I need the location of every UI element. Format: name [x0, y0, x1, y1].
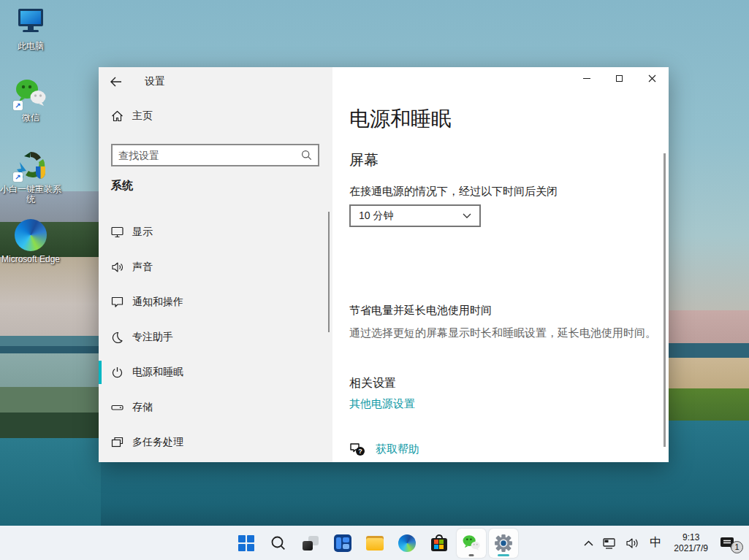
close-icon — [648, 74, 656, 83]
home-label: 主页 — [132, 110, 153, 123]
storage-icon — [111, 402, 123, 413]
clock-time: 9:13 — [683, 532, 699, 543]
focus-assist-icon — [111, 331, 123, 343]
screen-timeout-dropdown[interactable]: 10 分钟 — [349, 204, 481, 227]
widgets-icon — [334, 534, 351, 552]
sidebar-item-notifications[interactable]: 通知和操作 — [99, 285, 332, 320]
wallpaper-left-dunes — [0, 257, 101, 336]
file-explorer-icon — [366, 536, 384, 551]
sidebar-scrollbar[interactable] — [328, 212, 330, 332]
network-icon — [602, 537, 617, 550]
wallpaper-left-reflection — [0, 413, 101, 438]
desktop-icon-label: 此电脑 — [18, 41, 44, 51]
search-input[interactable] — [113, 150, 301, 161]
nav-label: 多任务处理 — [132, 436, 183, 449]
nav-label: 电源和睡眠 — [132, 366, 183, 379]
multitasking-icon — [111, 437, 123, 448]
taskbar-search-button[interactable] — [262, 527, 294, 559]
get-help-link[interactable]: 获取帮助 — [376, 442, 419, 456]
content-scrollbar[interactable] — [664, 153, 666, 447]
store-button[interactable] — [423, 527, 455, 559]
wallpaper-left-green — [0, 387, 101, 413]
get-help-row[interactable]: ? 获取帮助 — [349, 442, 419, 456]
battery-tip-description: 通过选择更短的屏幕显示时长和睡眠设置，延长电池使用时间。 — [349, 326, 656, 340]
sidebar-item-display[interactable]: 显示 — [99, 215, 332, 250]
window-title: 设置 — [145, 75, 165, 88]
sidebar-item-power-sleep[interactable]: 电源和睡眠 — [99, 355, 332, 390]
network-tray-button[interactable] — [598, 530, 620, 556]
svg-text:?: ? — [358, 448, 362, 455]
wallpaper-left-shore — [0, 336, 101, 346]
nav-label: 通知和操作 — [132, 296, 183, 309]
additional-power-settings-link[interactable]: 其他电源设置 — [349, 397, 415, 411]
back-button[interactable] — [99, 67, 132, 96]
nav-section-heading: 系统 — [111, 179, 133, 193]
settings-content: 电源和睡眠 屏幕 在接通电源的情况下，经过以下时间后关闭 10 分钟 节省电量并… — [332, 67, 669, 462]
task-view-button[interactable] — [294, 527, 327, 559]
sidebar-item-storage[interactable]: 存储 — [99, 390, 332, 425]
desktop-icon-xiaobai-reinstall[interactable]: ↗ 小白一键重装系统 — [0, 149, 61, 204]
desktop-icon-this-pc[interactable]: 此电脑 — [0, 6, 61, 51]
minimize-button[interactable] — [570, 67, 603, 89]
search-box[interactable] — [111, 144, 319, 166]
start-button[interactable] — [230, 527, 262, 559]
chevron-up-icon — [584, 540, 593, 546]
wallpaper-left-shoreline — [0, 346, 101, 353]
battery-tip-title: 节省电量并延长电池使用时间 — [349, 304, 492, 318]
task-view-icon — [302, 534, 319, 552]
search-icon[interactable] — [301, 150, 318, 161]
screen-timeout-value: 10 分钟 — [359, 210, 393, 223]
ime-indicator[interactable]: 中 — [645, 530, 666, 556]
volume-tray-button[interactable] — [622, 530, 643, 556]
desktop-icon-edge[interactable]: Microsoft Edge — [0, 219, 61, 264]
taskbar-clock[interactable]: 9:13 2021/7/9 — [668, 530, 714, 556]
selected-accent-bar — [99, 361, 102, 384]
edge-icon — [398, 534, 416, 552]
sidebar-item-home[interactable]: 主页 — [111, 110, 153, 123]
xiaobai-reinstall-icon: ↗ — [14, 149, 47, 181]
this-pc-icon — [14, 6, 47, 38]
close-button[interactable] — [636, 67, 669, 89]
nav-label: 专注助手 — [132, 331, 173, 344]
sidebar-item-sound[interactable]: 声音 — [99, 250, 332, 285]
screen-section-heading: 屏幕 — [349, 150, 379, 170]
wechat-taskbar-button[interactable] — [457, 529, 486, 558]
settings-window: 设置 主页 系统 — [99, 67, 669, 462]
system-tray: 中 9:13 2021/7/9 1 — [580, 526, 743, 560]
back-arrow-icon — [110, 77, 122, 87]
wallpaper-left-mist — [0, 353, 101, 387]
desktop-icon-wechat[interactable]: ↗ 微信 — [0, 77, 61, 123]
settings-taskbar-button[interactable] — [489, 529, 518, 558]
chevron-down-icon — [463, 213, 471, 218]
nav-list: 显示 声音 通知和操作 — [99, 215, 332, 460]
widgets-button[interactable] — [327, 527, 359, 559]
maximize-icon — [616, 75, 623, 82]
active-indicator — [498, 554, 509, 556]
notification-center-button[interactable]: 1 — [715, 530, 743, 556]
display-icon — [111, 226, 123, 238]
desktop: 此电脑 ↗ 微信 — [0, 0, 749, 560]
plugged-in-label: 在接通电源的情况下，经过以下时间后关闭 — [349, 185, 558, 199]
settings-gear-icon — [494, 534, 513, 553]
desktop-icon-label: 小白一键重装系统 — [0, 184, 61, 204]
file-explorer-button[interactable] — [359, 527, 391, 559]
notification-badge: 1 — [731, 541, 743, 553]
taskbar-center-icons — [230, 527, 520, 559]
sidebar-item-focus-assist[interactable]: 专注助手 — [99, 320, 332, 355]
sidebar-item-multitasking[interactable]: 多任务处理 — [99, 425, 332, 460]
tray-overflow-button[interactable] — [580, 530, 597, 556]
microsoft-store-icon — [430, 534, 448, 552]
page-title: 电源和睡眠 — [349, 105, 452, 133]
settings-sidebar: 设置 主页 系统 — [99, 67, 332, 462]
nav-label: 显示 — [132, 226, 153, 239]
edge-button[interactable] — [391, 527, 423, 559]
minimize-icon — [583, 78, 590, 79]
shortcut-arrow-icon: ↗ — [13, 172, 23, 182]
clock-date: 2021/7/9 — [674, 543, 708, 554]
shortcut-arrow-icon: ↗ — [13, 101, 23, 110]
windows-start-icon — [238, 535, 254, 551]
power-icon — [111, 367, 123, 378]
get-help-icon: ? — [349, 442, 365, 456]
notifications-icon — [111, 296, 123, 308]
maximize-button[interactable] — [603, 67, 636, 89]
